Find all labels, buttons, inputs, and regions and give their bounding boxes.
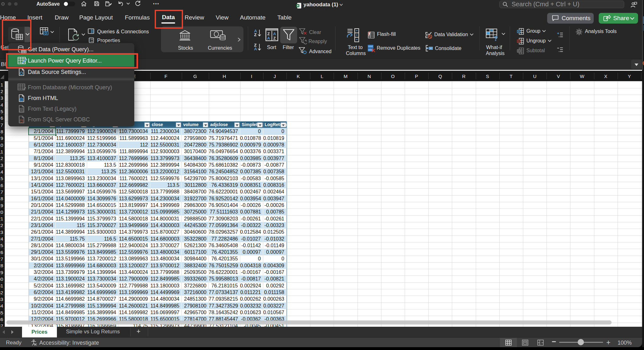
- svg-text:Z: Z: [273, 36, 276, 41]
- svg-text:A: A: [273, 31, 276, 36]
- svg-text:?: ?: [494, 35, 498, 42]
- svg-text:Z: Z: [267, 31, 270, 36]
- svg-text:A: A: [267, 36, 270, 41]
